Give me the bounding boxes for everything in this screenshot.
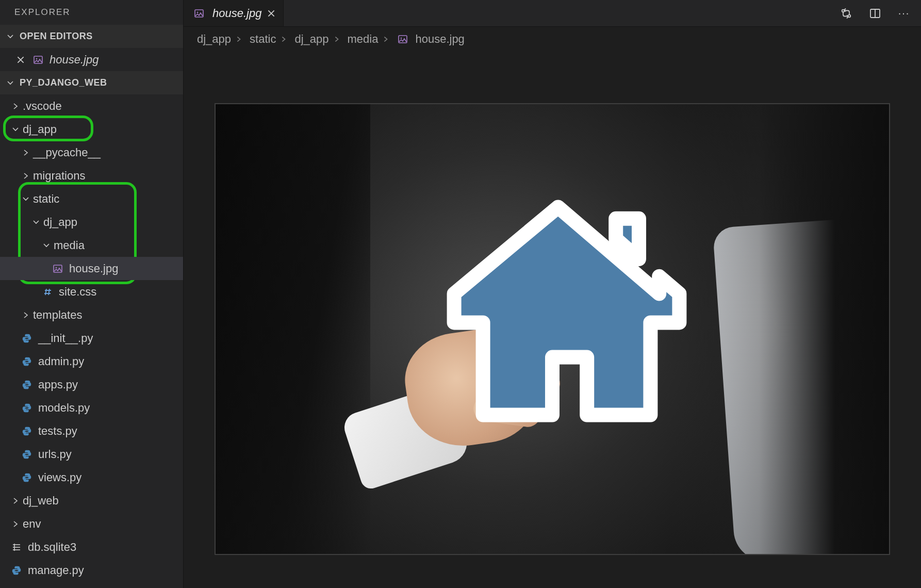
tree-item-label: apps.py [38, 378, 78, 391]
close-icon[interactable] [14, 54, 27, 66]
hash-file-icon [41, 286, 54, 298]
folder-.vscode[interactable]: .vscode [0, 94, 183, 118]
tree-item-label: site.css [59, 285, 96, 299]
tree-item-label: db.sqlite3 [28, 541, 76, 554]
breadcrumb-item[interactable]: static [250, 32, 288, 46]
explorer-sidebar: EXPLORER OPEN EDITORS house.jpg PY_DJANG… [0, 0, 184, 588]
file-tree: .vscodedj_app__pycache__migrationsstatic… [0, 94, 183, 588]
python-file-icon [21, 448, 33, 461]
breadcrumb-item[interactable]: dj_app [197, 32, 243, 46]
tree-item-label: __init__.py [38, 332, 93, 345]
svg-point-9 [197, 11, 199, 13]
image-file-icon [397, 33, 409, 45]
file-house.jpg[interactable]: house.jpg [0, 257, 183, 280]
close-icon[interactable] [267, 9, 276, 18]
open-editor-item[interactable]: house.jpg [0, 48, 183, 71]
file-tests.py[interactable]: tests.py [0, 419, 183, 443]
tab-actions: ··· [840, 0, 921, 26]
tree-item-label: models.py [38, 401, 90, 415]
image-file-icon [52, 263, 64, 275]
folder-static[interactable]: static [0, 187, 183, 210]
chevron-down-icon [5, 78, 15, 88]
folder-dj_app[interactable]: dj_app [0, 118, 183, 141]
folder-media[interactable]: media [0, 234, 183, 257]
open-editors-header[interactable]: OPEN EDITORS [0, 25, 183, 48]
chevron-down-icon [10, 124, 21, 135]
tree-item-label: dj_app [23, 123, 57, 136]
image-preview[interactable] [215, 103, 890, 555]
chevron-right-icon [21, 171, 31, 181]
db-file-icon [10, 541, 23, 553]
open-editor-filename: house.jpg [50, 53, 98, 67]
chevron-right-icon [21, 310, 31, 320]
tree-item-label: views.py [38, 471, 81, 484]
python-file-icon [21, 355, 33, 368]
tree-item-label: urls.py [38, 448, 72, 461]
file-apps.py[interactable]: apps.py [0, 373, 183, 396]
folder-dj_app[interactable]: dj_app [0, 210, 183, 234]
workspace-header[interactable]: PY_DJANGO_WEB [0, 71, 183, 94]
compare-changes-icon[interactable] [840, 7, 853, 20]
house-icon [414, 167, 702, 455]
image-preview-area [184, 52, 921, 588]
file-admin.py[interactable]: admin.py [0, 350, 183, 373]
svg-point-15 [401, 38, 402, 39]
folder-migrations[interactable]: migrations [0, 164, 183, 187]
tree-item-label: admin.py [38, 355, 84, 368]
python-file-icon [21, 332, 33, 345]
breadcrumb-item[interactable]: dj_app [294, 32, 341, 46]
breadcrumb-item[interactable]: house.jpg [397, 32, 464, 46]
image-file-icon [193, 7, 205, 20]
file-views.py[interactable]: views.py [0, 466, 183, 489]
python-file-icon [10, 564, 23, 577]
chevron-down-icon [5, 31, 15, 42]
python-file-icon [21, 471, 33, 484]
breadcrumbs: dj_app static dj_app media house.jpg [184, 27, 921, 52]
tree-item-label: dj_web [23, 494, 59, 508]
python-file-icon [21, 379, 33, 391]
chevron-down-icon [41, 240, 52, 251]
chevron-right-icon [235, 36, 242, 43]
tree-item-label: dj_app [43, 216, 77, 229]
svg-point-1 [36, 58, 38, 59]
breadcrumb-item[interactable]: media [348, 32, 391, 46]
chevron-down-icon [31, 217, 41, 227]
tree-item-label: house.jpg [69, 262, 118, 275]
tab-title: house.jpg [212, 7, 261, 20]
tab-house[interactable]: house.jpg [184, 0, 284, 26]
folder-dj_web[interactable]: dj_web [0, 489, 183, 512]
folder-__pycache__[interactable]: __pycache__ [0, 141, 183, 164]
file-__init__.py[interactable]: __init__.py [0, 326, 183, 350]
file-site.css[interactable]: site.css [0, 280, 183, 303]
tree-item-label: manage.py [28, 564, 84, 577]
file-urls.py[interactable]: urls.py [0, 443, 183, 466]
chevron-right-icon [10, 496, 21, 506]
chevron-right-icon [10, 101, 21, 111]
file-db.sqlite3[interactable]: db.sqlite3 [0, 535, 183, 559]
tree-item-label: migrations [33, 169, 85, 183]
file-models.py[interactable]: models.py [0, 396, 183, 419]
tree-item-label: env [23, 517, 41, 531]
tree-item-label: static [33, 192, 59, 206]
folder-templates[interactable]: templates [0, 303, 183, 326]
chevron-right-icon [10, 519, 21, 529]
open-editors-label: OPEN EDITORS [20, 31, 93, 42]
python-file-icon [21, 402, 33, 414]
tree-item-label: templates [33, 308, 82, 322]
chevron-right-icon [382, 36, 389, 43]
chevron-right-icon [333, 36, 340, 43]
folder-env[interactable]: env [0, 512, 183, 535]
tree-item-label: __pycache__ [33, 146, 101, 159]
chevron-down-icon [21, 194, 31, 204]
tab-bar: house.jpg ··· [184, 0, 921, 27]
tree-item-label: media [54, 239, 85, 252]
more-icon[interactable]: ··· [897, 7, 911, 20]
python-file-icon [21, 425, 33, 437]
svg-point-3 [56, 267, 57, 268]
file-manage.py[interactable]: manage.py [0, 559, 183, 582]
split-editor-icon[interactable] [868, 7, 882, 20]
tree-item-label: tests.py [38, 424, 77, 438]
chevron-right-icon [280, 36, 287, 43]
chevron-right-icon [21, 148, 31, 158]
tree-item-label: .vscode [23, 100, 62, 113]
